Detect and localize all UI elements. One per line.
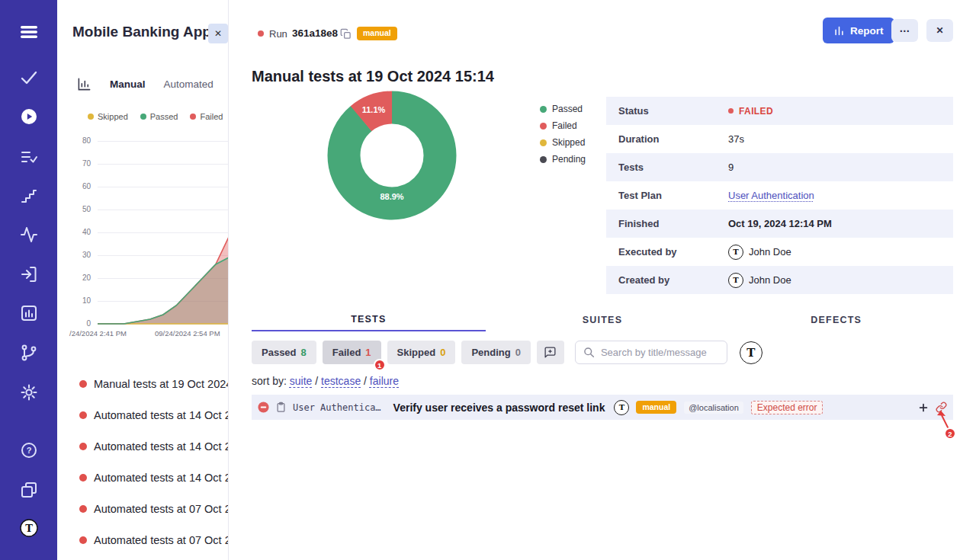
- copy-icon[interactable]: [340, 28, 352, 43]
- sidebar-item-branches[interactable]: [19, 343, 39, 363]
- panel-tab-manual[interactable]: Manual: [110, 78, 146, 90]
- sort-by-failure[interactable]: failure: [370, 375, 399, 387]
- run-info-table: Status FAILED Duration 37s Tests 9 Test …: [606, 97, 953, 294]
- sidebar-item-import[interactable]: [19, 264, 39, 284]
- run-list-item[interactable]: Automated tests at 14 Oct 2: [57, 399, 229, 430]
- sidebar-item-plans[interactable]: [19, 147, 39, 167]
- test-result-row[interactable]: User Authentica… Verify user receives a …: [252, 395, 953, 420]
- sidebar-item-milestones[interactable]: [19, 186, 39, 206]
- run-list-item[interactable]: Automated tests at 07 Oct 2: [57, 524, 229, 555]
- sidebar-item-runs[interactable]: [19, 107, 39, 126]
- donut-legend: Passed Failed Skipped Pending: [540, 104, 586, 171]
- report-button[interactable]: Report: [823, 18, 894, 43]
- tab-tests[interactable]: TESTS: [252, 308, 486, 331]
- executed-by-value: John Doe: [749, 246, 791, 258]
- run-list-item[interactable]: Automated tests at 14 Oct 2: [57, 462, 229, 493]
- stairs-icon: [20, 187, 38, 205]
- filter-skipped[interactable]: Skipped0: [387, 341, 456, 364]
- panel-tab-automated[interactable]: Automated: [164, 78, 214, 90]
- run-list-item[interactable]: Automated tests at 14 Oct 2: [57, 430, 229, 462]
- created-by-value: John Doe: [749, 274, 791, 286]
- sort-separator: /: [364, 375, 367, 387]
- info-row-tests: Tests 9: [606, 153, 953, 181]
- donut-legend-failed: Failed: [540, 120, 586, 131]
- run-list-item[interactable]: Automated tests at 07 Oct 2: [57, 493, 229, 524]
- assignee-filter-avatar[interactable]: T: [740, 341, 762, 364]
- search-box: [575, 341, 727, 364]
- failed-test-icon: [258, 402, 269, 413]
- clipboard-icon: [275, 402, 287, 413]
- ytick: 70: [69, 159, 91, 168]
- failed-pct-label: 11.1%: [362, 105, 386, 114]
- xlabel-left: /24/2024 2:41 PM: [69, 329, 127, 338]
- ytick: 50: [69, 205, 91, 213]
- sidebar-item-help[interactable]: ?: [19, 440, 39, 460]
- run-status-dot: [258, 30, 264, 37]
- ytick: 30: [69, 251, 91, 259]
- run-id: 361a18e8: [292, 27, 338, 39]
- skipped-dot: [88, 114, 94, 120]
- tag-label[interactable]: @localisation: [684, 402, 743, 414]
- menu-button[interactable]: [19, 22, 39, 42]
- brand-logo[interactable]: T: [19, 518, 39, 538]
- annotation-badge-2: 2: [944, 427, 956, 440]
- info-row-status: Status FAILED: [606, 97, 953, 125]
- donut-legend-pending: Pending: [540, 154, 586, 165]
- plus-icon: [918, 402, 929, 413]
- sidebar-item-reports[interactable]: [19, 303, 39, 323]
- filter-row: Passed8 Failed1 1 Skipped0 Pending0 T: [252, 341, 762, 364]
- expected-error-chip: Expected error: [751, 401, 824, 414]
- git-branch-icon: [20, 344, 38, 362]
- sidebar: ? T: [0, 0, 57, 560]
- add-button[interactable]: [918, 402, 929, 413]
- passed-pct-label: 88.9%: [380, 192, 403, 201]
- info-row-duration: Duration 37s: [606, 125, 953, 153]
- donut-legend-skipped: Skipped: [540, 137, 586, 148]
- manual-badge: manual: [636, 401, 676, 414]
- list-check-icon: [20, 148, 38, 166]
- sidebar-item-settings[interactable]: [19, 382, 39, 402]
- info-row-executed: Executed by TJohn Doe: [606, 238, 953, 266]
- sort-separator: /: [315, 375, 318, 387]
- tab-suites[interactable]: SUITES: [486, 308, 720, 331]
- runs-chart-icon: [77, 77, 92, 91]
- donut-legend-passed: Passed: [540, 104, 586, 114]
- bar-chart-icon: [20, 304, 38, 322]
- search-icon: [583, 347, 595, 358]
- failed-run-dot: [79, 443, 87, 450]
- sort-by-suite[interactable]: suite: [290, 375, 313, 387]
- more-button[interactable]: ⋯: [891, 19, 918, 42]
- suite-name[interactable]: User Authentica…: [293, 402, 381, 413]
- test-plan-link[interactable]: User Authentication: [728, 190, 814, 201]
- test-title[interactable]: Verify user receives a password reset li…: [393, 402, 605, 414]
- panel-tabs: Manual Automated: [77, 77, 214, 91]
- sort-by-testcase[interactable]: testcase: [321, 375, 361, 387]
- filter-failed[interactable]: Failed1 1: [323, 341, 381, 364]
- info-row-created: Created by TJohn Doe: [606, 266, 953, 294]
- failed-run-dot: [79, 380, 87, 388]
- panel-close-button[interactable]: ✕: [208, 24, 228, 43]
- sort-label: sort by:: [252, 375, 287, 387]
- run-title: Manual tests at 19 Oct 2024 15:14: [252, 68, 494, 85]
- trend-chart: 80 70 60 50 40 30 20 10 0: [57, 130, 229, 350]
- xlabel-right: 09/24/2024 2:54 PM: [155, 329, 220, 338]
- sidebar-item-analytics[interactable]: [19, 225, 39, 245]
- tab-defects[interactable]: DEFECTS: [719, 308, 953, 331]
- failed-run-dot: [79, 505, 87, 513]
- run-list-item[interactable]: Manual tests at 19 Oct 2024: [57, 368, 229, 399]
- search-input[interactable]: [599, 346, 719, 359]
- svg-text:T: T: [25, 523, 33, 534]
- info-row-plan: Test Plan User Authentication: [606, 181, 953, 210]
- finished-value: Oct 19, 2024 12:14 PM: [728, 218, 832, 229]
- comment-filter-button[interactable]: [537, 341, 564, 364]
- avatar: T: [728, 245, 743, 260]
- results-donut: 11.1% 88.9%: [323, 87, 461, 224]
- failed-dot: [190, 114, 196, 120]
- close-run-button[interactable]: ✕: [926, 19, 953, 42]
- sidebar-item-projects[interactable]: [19, 480, 39, 500]
- filter-pending[interactable]: Pending0: [461, 341, 531, 364]
- chart-legend: Skipped Passed Failed: [88, 112, 223, 121]
- sidebar-item-tests[interactable]: [19, 68, 39, 88]
- filter-passed[interactable]: Passed8: [252, 341, 316, 364]
- status-value: FAILED: [739, 106, 773, 117]
